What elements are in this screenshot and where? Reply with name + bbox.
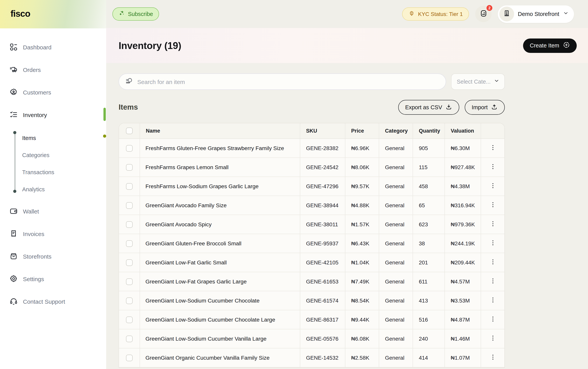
row-select-cell — [119, 291, 140, 310]
row-checkbox[interactable] — [126, 297, 133, 304]
cell-category: General — [379, 158, 413, 176]
sidebar-item-label: Orders — [23, 66, 41, 73]
sidebar-item-customers[interactable]: Customers — [9, 84, 106, 100]
kyc-status-badge[interactable]: KYC Status: Tier 1 — [402, 7, 469, 20]
kyc-status-label: KYC Status: Tier 1 — [418, 11, 463, 17]
table-row[interactable]: FreshFarms Gluten-Free Grapes Strawberry… — [119, 139, 504, 158]
inventory-table: Name SKU Price Category Quantity Valuati… — [119, 123, 505, 368]
cell-sku: GENE-61574 — [300, 291, 345, 310]
cell-category: General — [379, 196, 413, 215]
row-select-cell — [119, 272, 140, 291]
alert-hexagon-icon — [408, 10, 415, 18]
row-actions-menu[interactable] — [481, 272, 504, 291]
sidebar-item-label: Customers — [23, 89, 51, 95]
kebab-menu-icon — [489, 220, 496, 229]
table-row[interactable]: FreshFarms Low-Sodium Grapes Garlic Larg… — [119, 177, 504, 196]
cell-valuation: ₦316.94K — [445, 196, 481, 215]
table-row[interactable]: GreenGiant Low-Fat Grapes Garlic LargeGE… — [119, 272, 504, 291]
sidebar-item-settings[interactable]: Settings — [9, 271, 106, 287]
row-select-cell — [119, 234, 140, 253]
row-actions-menu[interactable] — [481, 234, 504, 253]
row-checkbox[interactable] — [126, 335, 133, 342]
table-row[interactable]: GreenGiant Low-Sodium Cucumber Chocolate… — [119, 310, 504, 329]
create-item-button[interactable]: Create Item — [523, 38, 577, 53]
cell-price: ₦7.49K — [345, 272, 379, 291]
import-button[interactable]: Import — [465, 100, 505, 115]
table-row[interactable]: GreenGiant Gluten-Free Broccoli SmallGEN… — [119, 234, 504, 253]
row-checkbox[interactable] — [126, 164, 133, 171]
cell-sku: GENE-38944 — [300, 196, 345, 215]
row-checkbox[interactable] — [126, 259, 133, 266]
sidebar-subitem-categories[interactable]: Categories — [9, 147, 106, 164]
cell-sku: GENE-24542 — [300, 158, 345, 176]
active-route-indicator — [103, 108, 106, 121]
filters-row: Select Cate... — [119, 73, 505, 90]
sidebar-item-wallet[interactable]: Wallet — [9, 203, 106, 219]
row-actions-menu[interactable] — [481, 215, 504, 234]
kebab-menu-icon — [489, 163, 496, 172]
sidebar-item-label: Contact Support — [23, 298, 65, 305]
cell-name: GreenGiant Low-Fat Garlic Small — [140, 253, 300, 272]
sidebar-item-dashboard[interactable]: Dashboard — [9, 39, 106, 55]
sidebar-subitem-items[interactable]: Items — [9, 130, 106, 147]
row-checkbox[interactable] — [126, 316, 133, 323]
section-title: Items — [119, 103, 138, 112]
row-select-cell — [119, 177, 140, 195]
subscribe-button[interactable]: Subscribe — [112, 7, 159, 20]
search-box[interactable] — [119, 73, 446, 90]
row-actions-menu[interactable] — [481, 253, 504, 272]
row-actions-menu[interactable] — [481, 158, 504, 176]
cell-sku: GENE-42105 — [300, 253, 345, 272]
sidebar-subitem-transactions[interactable]: Transactions — [9, 164, 106, 181]
row-actions-menu[interactable] — [481, 348, 504, 367]
cell-valuation: ₦3.53M — [445, 291, 481, 310]
row-checkbox[interactable] — [126, 202, 133, 209]
kebab-menu-icon — [489, 144, 496, 153]
cell-name: GreenGiant Low-Sodium Cucumber Chocolate — [140, 291, 300, 310]
row-actions-menu[interactable] — [481, 196, 504, 215]
cell-quantity: 623 — [413, 215, 445, 234]
row-actions-menu[interactable] — [481, 177, 504, 195]
row-checkbox[interactable] — [126, 221, 133, 228]
sidebar-item-orders[interactable]: Orders — [9, 62, 106, 77]
sidebar-item-storefronts[interactable]: Storefronts — [9, 248, 106, 264]
row-actions-menu[interactable] — [481, 310, 504, 329]
cell-price: ₦6.08K — [345, 329, 379, 348]
notifications-button[interactable]: 2 — [475, 6, 492, 22]
table-row[interactable]: GreenGiant Avocado SpicyGENE-38011₦1.57K… — [119, 215, 504, 234]
table-row[interactable]: FreshFarms Grapes Lemon SmallGENE-24542₦… — [119, 158, 504, 177]
row-actions-menu[interactable] — [481, 291, 504, 310]
cell-sku: GENE-86317 — [300, 310, 345, 329]
row-actions-menu[interactable] — [481, 329, 504, 348]
column-header-valuation: Valuation — [445, 123, 481, 138]
sidebar-subitem-label: Transactions — [22, 169, 54, 175]
row-select-cell — [119, 139, 140, 157]
storefront-switcher[interactable]: Demo Storefront — [498, 5, 574, 23]
table-row[interactable]: GreenGiant Low-Sodium Cucumber Vanilla L… — [119, 329, 504, 348]
table-row[interactable]: GreenGiant Avocado Family SizeGENE-38944… — [119, 196, 504, 215]
sidebar-subitem-analytics[interactable]: Analytics — [9, 181, 106, 198]
kebab-menu-icon — [489, 315, 496, 324]
table-row[interactable]: GreenGiant Low-Fat Garlic SmallGENE-4210… — [119, 253, 504, 272]
row-checkbox[interactable] — [126, 354, 133, 361]
select-all-checkbox[interactable] — [126, 128, 133, 134]
search-input[interactable] — [137, 78, 439, 85]
sidebar-item-contact-support[interactable]: Contact Support — [9, 294, 106, 309]
table-row[interactable]: GreenGiant Low-Sodium Cucumber Chocolate… — [119, 291, 504, 310]
cell-sku: GENE-05576 — [300, 329, 345, 348]
row-checkbox[interactable] — [126, 183, 133, 190]
row-checkbox[interactable] — [126, 278, 133, 285]
cell-name: FreshFarms Gluten-Free Grapes Strawberry… — [140, 139, 300, 157]
sidebar-item-inventory[interactable]: Inventory — [9, 107, 106, 123]
export-csv-button[interactable]: Export as CSV — [398, 100, 459, 115]
sidebar-item-invoices[interactable]: Invoices — [9, 226, 106, 241]
table-row[interactable]: GreenGiant Organic Cucumber Vanilla Fami… — [119, 348, 504, 368]
cell-category: General — [379, 329, 413, 348]
row-actions-menu[interactable] — [481, 139, 504, 157]
row-checkbox[interactable] — [126, 240, 133, 247]
row-checkbox[interactable] — [126, 145, 133, 152]
category-select[interactable]: Select Cate... — [451, 73, 505, 90]
subscribe-label: Subscribe — [128, 11, 153, 17]
sidebar-subitem-label: Categories — [22, 152, 49, 158]
cell-name: GreenGiant Low-Fat Grapes Garlic Large — [140, 272, 300, 291]
